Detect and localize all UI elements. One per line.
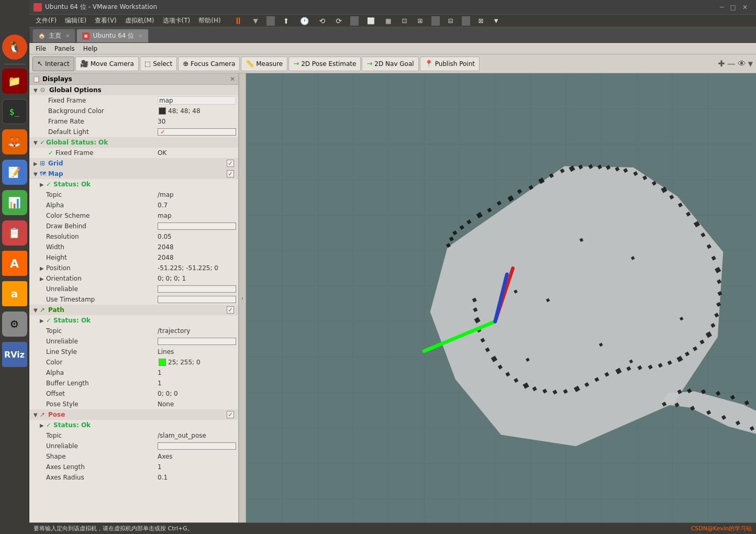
add-display-btn[interactable]: ✚ (718, 59, 725, 69)
path-color-value[interactable]: 25; 255; 0 (168, 359, 236, 366)
dock-firefox-icon[interactable]: 🦊 (2, 129, 27, 154)
select-tool-btn[interactable]: ⬚ Select (140, 57, 177, 71)
vm-send-ctrl-icon[interactable]: ⬆ (279, 16, 294, 26)
dock-impress-icon[interactable]: 📋 (2, 220, 27, 246)
vm-menu-vm[interactable]: 虚拟机(M) (121, 15, 159, 26)
fixed-frame-value[interactable]: map (158, 96, 236, 105)
pose-topic-value[interactable]: /slam_out_pose (158, 432, 236, 439)
path-line-style-value[interactable]: Lines (158, 348, 236, 355)
zoom-out-btn[interactable]: — (727, 59, 736, 69)
map-checkbox[interactable]: ✓ (227, 170, 234, 177)
map-use-timestamp-checkbox[interactable] (158, 296, 236, 303)
vm-menu-edit[interactable]: 编辑(E) (61, 15, 91, 26)
interact-tool-btn[interactable]: ↖ Interact (32, 57, 74, 71)
vm-minimize-btn[interactable]: ─ (720, 4, 724, 11)
view-btn[interactable]: 👁 (738, 59, 746, 69)
map-draw-behind-checkbox[interactable] (158, 222, 236, 230)
vm-view-icon[interactable]: ⊠ (474, 16, 488, 26)
tab-home-close[interactable]: ✕ (65, 33, 70, 39)
path-alpha-value[interactable]: 1 (158, 369, 236, 376)
global-status-arrow[interactable]: ▼ (34, 140, 40, 146)
pose-shape-value[interactable]: Axes (158, 453, 236, 460)
publish-point-tool-btn[interactable]: 📍 Publish Point (420, 57, 480, 71)
vm-scale-icon[interactable]: ⊡ (397, 16, 411, 26)
pose-estimate-tool-btn[interactable]: → 2D Pose Estimate (288, 57, 361, 71)
path-alpha-row: Alpha 1 (29, 368, 238, 378)
vm-view-arrow[interactable]: ▼ (490, 17, 503, 25)
map-arrow[interactable]: ▼ (34, 171, 40, 177)
dock-terminal-icon[interactable]: $_ (2, 99, 27, 124)
map-height-value[interactable]: 2048 (158, 254, 236, 261)
vm-unity-icon[interactable]: ▦ (381, 16, 395, 26)
frame-rate-value[interactable]: 30 (158, 118, 236, 125)
rviz-menu-panels[interactable]: Panels (50, 44, 79, 53)
path-arrow[interactable]: ▼ (34, 307, 40, 313)
path-status-row: ▶ ✓ Status: Ok (29, 315, 238, 326)
rviz-menu-file[interactable]: File (31, 44, 50, 53)
map-position-value[interactable]: -51.225; -51.225; 0 (158, 264, 236, 272)
dock-amazon-icon[interactable]: a (2, 281, 27, 306)
dock-settings-icon[interactable]: ⚙ (2, 312, 27, 337)
displays-close-btn[interactable]: ✕ (230, 75, 235, 83)
vm-arrow-icon[interactable]: ▼ (249, 16, 262, 26)
viewport-3d[interactable] (246, 73, 756, 522)
vm-fit-icon[interactable]: ⊞ (413, 16, 427, 26)
global-options-arrow[interactable]: ▼ (34, 87, 40, 93)
rviz-menubar: File Panels Help (29, 43, 756, 54)
map-width-value[interactable]: 2048 (158, 243, 236, 251)
map-resolution-row: Resolution 0.05 (29, 231, 238, 242)
path-unreliable-checkbox[interactable] (158, 338, 236, 345)
vm-prefs-icon[interactable]: ⊟ (444, 16, 458, 26)
vm-maximize-btn[interactable]: □ (730, 4, 736, 11)
dock-calc-icon[interactable]: 📊 (2, 190, 27, 215)
vm-snapshot-icon[interactable]: 🕐 (296, 16, 313, 26)
collapse-panel-btn[interactable]: ‹ (239, 73, 246, 522)
move-camera-tool-btn[interactable]: 🎥 Move Camera (75, 57, 139, 71)
dock-files-icon[interactable]: 📁 (2, 69, 27, 94)
map-topic-value[interactable]: /map (158, 191, 236, 198)
map-resolution-value[interactable]: 0.05 (158, 233, 236, 240)
measure-tool-btn[interactable]: 📏 Measure (241, 57, 287, 71)
focus-camera-tool-btn[interactable]: ⊕ Focus Camera (178, 57, 240, 71)
vm-pause-icon[interactable]: ⏸ (229, 14, 247, 27)
tab-vm-close[interactable]: ✕ (138, 33, 142, 39)
dock-font-icon[interactable]: A (2, 251, 27, 276)
vm-menu-help[interactable]: 帮助(H) (194, 15, 225, 26)
vm-snap2-icon[interactable]: ⟲ (315, 16, 330, 26)
bg-color-value[interactable]: 48; 48; 48 (168, 107, 236, 115)
vm-menu-tabs[interactable]: 选项卡(T) (159, 15, 195, 26)
nav-goal-tool-btn[interactable]: → 2D Nav Goal (362, 57, 418, 71)
pose-arrow[interactable]: ▼ (34, 412, 40, 418)
view-arrow-btn[interactable]: ▼ (748, 60, 753, 68)
map-color-scheme-value[interactable]: map (158, 212, 236, 219)
pose-axes-length-value[interactable]: 1 (158, 463, 236, 471)
dock-text-icon[interactable]: 📝 (2, 160, 27, 185)
grid-arrow[interactable]: ▶ (34, 161, 40, 166)
map-alpha-value[interactable]: 0.7 (158, 202, 236, 209)
pose-unreliable-checkbox[interactable] (158, 442, 236, 450)
path-checkbox[interactable]: ✓ (227, 306, 234, 314)
grid-checkbox[interactable]: ✓ (227, 160, 234, 167)
pose-axes-radius-value[interactable]: 0.1 (158, 474, 236, 481)
path-status-label: Status: Ok (53, 317, 236, 324)
path-buffer-length-value[interactable]: 1 (158, 380, 236, 387)
tab-vm-label: Ubuntu 64 位 (93, 31, 134, 40)
dock-rviz-icon[interactable]: RViz (2, 342, 27, 367)
vm-close-btn[interactable]: ✕ (742, 4, 748, 11)
pose-checkbox[interactable]: ✓ (227, 411, 234, 418)
map-unreliable-checkbox[interactable] (158, 285, 236, 293)
vm-menu-view[interactable]: 查看(V) (91, 15, 121, 26)
default-light-checkbox[interactable]: ✓ (158, 128, 236, 136)
rviz-menu-help[interactable]: Help (79, 44, 102, 53)
dock-ubuntu-icon[interactable]: 🐧 (2, 35, 27, 60)
map-row: ▼ 🗺 Map ✓ (29, 169, 238, 179)
path-topic-value[interactable]: /trajectory (158, 327, 236, 335)
vm-full-icon[interactable]: ⬜ (363, 16, 379, 26)
ubuntu-tab-vm[interactable]: ▣ Ubuntu 64 位 ✕ (76, 29, 148, 42)
vm-snap3-icon[interactable]: ⟳ (331, 16, 346, 26)
ubuntu-tab-home[interactable]: 🏠 主页 ✕ (32, 29, 75, 42)
path-offset-value[interactable]: 0; 0; 0 (158, 390, 236, 397)
map-orientation-value[interactable]: 0; 0; 0; 1 (158, 275, 236, 282)
vm-menu-file[interactable]: 文件(F) (31, 15, 61, 26)
path-pose-style-value[interactable]: None (158, 400, 236, 408)
